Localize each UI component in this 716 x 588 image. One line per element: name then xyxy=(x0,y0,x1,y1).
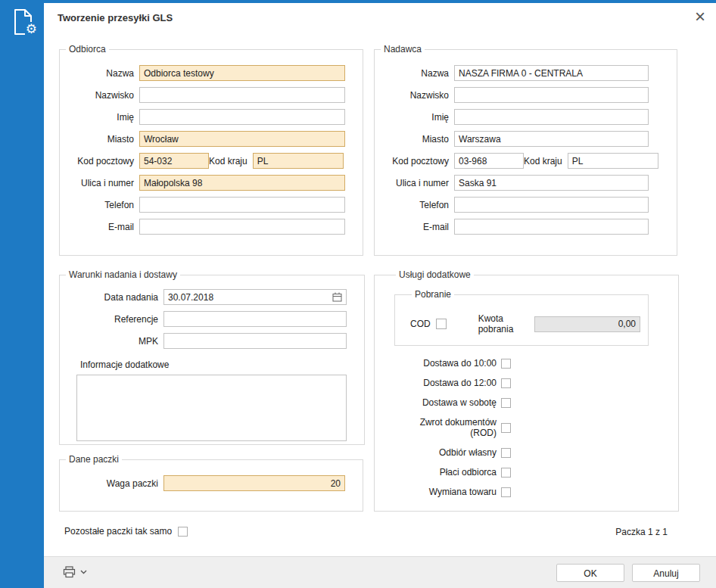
recipient-phone-input[interactable] xyxy=(139,197,345,213)
same-packages-checkbox[interactable] xyxy=(178,527,188,537)
cancel-button[interactable]: Anuluj xyxy=(632,564,700,582)
package-data-group: Dane paczki Waga paczki xyxy=(59,454,363,512)
cod-checkbox[interactable] xyxy=(436,319,447,329)
service-option-row: Dostawa do 10:00 xyxy=(394,358,649,369)
sender-street-label: Ulica i numer xyxy=(379,178,449,188)
dostawa-12-checkbox[interactable] xyxy=(501,378,511,388)
sender-firstname-label: Imię xyxy=(379,112,449,123)
dostawa-10-checkbox[interactable] xyxy=(501,359,511,369)
chevron-down-icon xyxy=(80,570,87,574)
shipment-conditions-group: Warunki nadania i dostawy Data nadania 3… xyxy=(59,269,365,445)
sender-name-label: Nazwa xyxy=(379,68,449,79)
recipient-postcode-label: Kod pocztowy xyxy=(64,156,134,166)
sender-group: Nadawca Nazwa Nazwisko Imię Miasto Kod p… xyxy=(374,44,677,256)
service-option-row: Odbiór własny xyxy=(394,447,649,458)
recipient-street-input[interactable] xyxy=(139,175,345,191)
service-option-row: Płaci odbiorca xyxy=(394,467,649,478)
zwrot-dokumentow-checkbox[interactable] xyxy=(501,423,511,433)
recipient-firstname-input[interactable] xyxy=(139,109,345,125)
cod-amount-value: 0,00 xyxy=(618,319,636,329)
references-input[interactable] xyxy=(163,311,347,327)
sender-legend: Nadawca xyxy=(381,44,425,54)
recipient-name-input[interactable] xyxy=(139,65,345,81)
odbior-wlasny-label: Odbiór własny xyxy=(394,447,497,458)
recipient-firstname-label: Imię xyxy=(64,112,134,123)
cod-group: Pobranie COD Kwota pobrania 0,00 xyxy=(394,289,649,346)
document-gear-icon: ⚙ xyxy=(6,6,38,38)
package-weight-label: Waga paczki xyxy=(64,478,158,489)
recipient-country-label: Kod kraju xyxy=(209,156,247,166)
ship-date-input[interactable]: 30.07.2018 xyxy=(163,289,347,305)
sender-firstname-input[interactable] xyxy=(454,109,649,125)
services-options-list: Dostawa do 10:00 Dostawa do 12:00 Dostaw… xyxy=(394,358,649,497)
recipient-email-input[interactable] xyxy=(139,219,345,235)
cod-legend: Pobranie xyxy=(412,289,454,300)
dostawa-sobota-label: Dostawa w sobotę xyxy=(394,397,497,408)
sender-surname-input[interactable] xyxy=(454,87,649,103)
references-label: Referencje xyxy=(64,314,158,325)
package-data-legend: Dane paczki xyxy=(66,454,122,465)
same-packages-label: Pozostałe paczki tak samo xyxy=(64,526,172,537)
recipient-postcode-input[interactable] xyxy=(139,153,209,169)
additional-info-label: Informacje dodatkowe xyxy=(80,359,347,370)
gear-icon: ⚙ xyxy=(25,22,38,36)
ship-date-value: 30.07.2018 xyxy=(168,292,329,303)
dostawa-10-label: Dostawa do 10:00 xyxy=(394,358,497,369)
sender-email-label: E-mail xyxy=(379,222,449,232)
sender-country-input[interactable] xyxy=(568,153,658,169)
dostawa-12-label: Dostawa do 12:00 xyxy=(394,378,497,388)
placi-odbiorca-label: Płaci odbiorca xyxy=(394,467,497,478)
odbior-wlasny-checkbox[interactable] xyxy=(501,448,511,458)
recipient-email-label: E-mail xyxy=(64,222,134,232)
mpk-input[interactable] xyxy=(163,333,347,349)
sender-postcode-input[interactable] xyxy=(454,153,524,169)
recipient-country-input[interactable] xyxy=(253,153,344,169)
same-packages-row: Pozostałe paczki tak samo xyxy=(64,526,188,537)
printer-icon xyxy=(63,566,76,578)
package-pager: Paczka 1 z 1 xyxy=(615,527,668,537)
sender-city-label: Miasto xyxy=(379,134,449,145)
service-option-row: Wymiana towaru xyxy=(394,487,649,497)
service-option-row: Dostawa w sobotę xyxy=(394,397,649,408)
sender-postcode-label: Kod pocztowy xyxy=(379,156,449,166)
recipient-phone-label: Telefon xyxy=(64,200,134,210)
calendar-icon[interactable] xyxy=(332,292,342,302)
recipient-city-input[interactable] xyxy=(139,131,345,147)
service-option-row: Zwrot dokumentów (ROD) xyxy=(394,417,649,438)
sender-phone-input[interactable] xyxy=(454,197,649,213)
cod-label: COD xyxy=(410,319,431,329)
ok-button[interactable]: OK xyxy=(556,564,624,582)
wymiana-towaru-checkbox[interactable] xyxy=(501,487,511,497)
additional-services-legend: Usługi dodatkowe xyxy=(396,269,474,280)
sender-email-input[interactable] xyxy=(454,219,649,235)
package-weight-input[interactable] xyxy=(163,475,345,491)
recipient-group: Odbiorca Nazwa Nazwisko Imię Miasto Kod … xyxy=(59,44,363,256)
cod-amount-input: 0,00 xyxy=(534,316,640,332)
placi-odbiorca-checkbox[interactable] xyxy=(501,468,511,478)
sender-country-label: Kod kraju xyxy=(524,156,562,166)
sender-phone-label: Telefon xyxy=(379,200,449,210)
dostawa-sobota-checkbox[interactable] xyxy=(501,398,511,408)
sender-surname-label: Nazwisko xyxy=(379,90,449,101)
footer-bar: OK Anuluj xyxy=(44,556,716,588)
recipient-name-label: Nazwa xyxy=(64,68,134,79)
print-button[interactable] xyxy=(61,565,89,580)
additional-info-textarea[interactable] xyxy=(76,375,347,441)
service-option-row: Dostawa do 12:00 xyxy=(394,378,649,388)
shipment-conditions-legend: Warunki nadania i dostawy xyxy=(66,269,180,280)
recipient-surname-input[interactable] xyxy=(139,87,345,103)
mpk-label: MPK xyxy=(64,336,158,347)
wymiana-towaru-label: Wymiana towaru xyxy=(394,487,497,497)
recipient-street-label: Ulica i numer xyxy=(64,178,134,188)
sender-street-input[interactable] xyxy=(454,175,649,191)
dialog-title: Tworzenie przesyłki GLS xyxy=(58,12,173,23)
sender-name-input[interactable] xyxy=(454,65,649,81)
recipient-surname-label: Nazwisko xyxy=(64,90,134,101)
cod-amount-label: Kwota pobrania xyxy=(478,313,528,334)
close-icon[interactable]: × xyxy=(695,8,705,26)
additional-services-group: Usługi dodatkowe Pobranie COD Kwota pobr… xyxy=(374,269,679,512)
gls-shipment-dialog: Tworzenie przesyłki GLS × Odbiorca Nazwa… xyxy=(44,3,716,588)
sender-city-input[interactable] xyxy=(454,131,649,147)
ship-date-label: Data nadania xyxy=(64,292,158,303)
zwrot-dokumentow-label: Zwrot dokumentów (ROD) xyxy=(394,417,497,438)
